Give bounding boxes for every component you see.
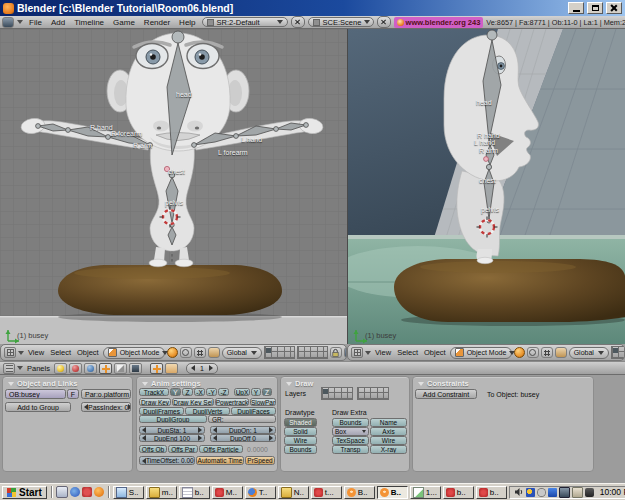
increment-icon[interactable] — [128, 404, 131, 410]
task-button-app4[interactable]: b.. — [476, 486, 507, 499]
blender-version-badge[interactable]: www.blender.org 243 — [394, 17, 484, 28]
menu-select[interactable]: Select — [48, 348, 73, 357]
tracky-toggle[interactable]: Y — [170, 388, 181, 396]
decrement-icon[interactable] — [213, 435, 217, 441]
close-button[interactable] — [606, 2, 622, 14]
viewport-shading-button[interactable] — [514, 347, 525, 358]
panels-menu[interactable]: Panels — [25, 364, 52, 373]
offs-ob-toggle[interactable]: Offs Ob — [139, 445, 167, 453]
maximize-button[interactable] — [587, 2, 603, 14]
bounds-type-selector[interactable]: Box — [332, 427, 369, 436]
proportional-edit-button[interactable] — [194, 347, 206, 358]
offs-particle-toggle[interactable]: Offs Particle — [199, 445, 243, 453]
editing-buttons-button[interactable] — [114, 363, 127, 374]
fake-user-button[interactable]: F — [67, 389, 79, 399]
layer-buttons-group2[interactable] — [297, 346, 328, 359]
task-button-app[interactable]: M.. — [212, 486, 243, 499]
window-type-icon[interactable] — [2, 17, 14, 28]
trackz-toggle[interactable]: Z — [182, 388, 193, 396]
menu-timeline[interactable]: Timeline — [71, 18, 107, 27]
task-button-search[interactable]: S.. — [113, 486, 144, 499]
panel-title[interactable]: Draw — [286, 379, 313, 388]
collapse-menu-icon[interactable] — [365, 351, 371, 355]
increment-icon[interactable] — [194, 458, 195, 464]
pass-index-stepper[interactable]: PassIndex: 0 — [81, 402, 131, 412]
powertrack-toggle[interactable]: Powertrack — [215, 398, 249, 406]
texspace-toggle[interactable]: TexSpace — [332, 436, 369, 445]
viewport-side-canvas[interactable] — [348, 29, 625, 344]
quicklaunch-mail-icon[interactable] — [56, 486, 68, 498]
viewport-side[interactable]: head R hand L hand R arm chest pelvis (1… — [347, 29, 625, 344]
group-field[interactable]: GR: — [208, 415, 276, 423]
wire-toggle[interactable]: Wire — [370, 436, 407, 445]
panel-title[interactable]: Object and Links — [8, 379, 77, 388]
mode-selector[interactable]: Object Mode — [450, 347, 512, 359]
layer-buttons-group1[interactable] — [611, 346, 625, 359]
taskbar-clock[interactable]: 10:00 PM — [600, 487, 625, 497]
proportional-edit-button[interactable] — [541, 347, 553, 358]
drawtype-wire-button[interactable]: Wire — [284, 436, 317, 445]
task-button-app3[interactable]: b.. — [443, 486, 474, 499]
quicklaunch-desktop-icon[interactable] — [94, 487, 104, 497]
duplifaces-toggle[interactable]: DupliFaces — [231, 407, 276, 415]
upy-toggle[interactable]: Y — [251, 388, 261, 396]
menu-object[interactable]: Object — [75, 348, 101, 357]
track-negx-toggle[interactable]: -X — [194, 388, 205, 396]
dupsta-stepper[interactable]: DupSta: 1 — [139, 426, 205, 434]
drawtype-bounds-button[interactable]: Bounds — [284, 445, 317, 454]
panel-title[interactable]: Anim settings — [142, 379, 201, 388]
quicklaunch-app-icon[interactable] — [82, 487, 92, 497]
increment-icon[interactable] — [269, 427, 273, 433]
messenger-icon[interactable] — [548, 488, 557, 497]
dupliverts-toggle[interactable]: DupliVerts — [185, 407, 230, 415]
viewport-front[interactable]: head R hand R forearm R arm L forearm L … — [0, 29, 347, 344]
track-negy-toggle[interactable]: -Y — [206, 388, 217, 396]
panel-title[interactable]: Constraints — [418, 379, 469, 388]
viewport-front-canvas[interactable] — [0, 29, 347, 344]
xray-toggle[interactable]: X-ray — [370, 445, 407, 454]
axis-toggle[interactable]: Axis — [370, 427, 407, 436]
volume-icon[interactable] — [514, 487, 524, 497]
slowpar-toggle[interactable]: SlowPar — [250, 398, 276, 406]
scene-selector[interactable]: SCE:Scene — [308, 17, 374, 27]
task-button-folder[interactable]: m.. — [146, 486, 177, 499]
increment-icon[interactable] — [198, 427, 202, 433]
ob-name-field[interactable]: OB:busey — [5, 389, 66, 399]
drawtype-solid-button[interactable]: Solid — [284, 427, 317, 436]
editor-type-button[interactable] — [4, 347, 16, 358]
frame-next-icon[interactable] — [209, 365, 213, 371]
collapse-menu-icon[interactable] — [17, 20, 23, 24]
menu-add[interactable]: Add — [48, 18, 68, 27]
shading-lamp-button[interactable] — [54, 363, 67, 374]
editor-type-button[interactable] — [3, 363, 15, 374]
layer-buttons-group1[interactable] — [264, 346, 295, 359]
dupend-stepper[interactable]: DupEnd 100 — [139, 434, 205, 442]
menu-file[interactable]: File — [26, 18, 45, 27]
printer-icon[interactable] — [572, 487, 583, 498]
collapse-menu-icon[interactable] — [17, 366, 23, 370]
timeoffset-stepper[interactable]: TimeOffset: 0.00 — [139, 456, 195, 465]
decrement-icon[interactable] — [142, 435, 146, 441]
collapse-menu-icon[interactable] — [18, 351, 24, 355]
increment-icon[interactable] — [198, 435, 202, 441]
screen-selector[interactable]: SR:2-Default — [202, 17, 288, 27]
frame-prev-icon[interactable] — [191, 365, 195, 371]
menu-view[interactable]: View — [373, 348, 393, 357]
add-constraint-button[interactable]: Add Constraint — [415, 389, 477, 399]
quicklaunch-browser-icon[interactable] — [70, 487, 80, 497]
decrement-icon[interactable] — [213, 427, 217, 433]
task-button-app2[interactable]: t... — [311, 486, 342, 499]
task-button-document[interactable]: b.. — [179, 486, 210, 499]
minimize-button[interactable] — [568, 2, 584, 14]
screen-delete-button[interactable] — [291, 16, 305, 28]
task-button-blender1[interactable]: B.. — [344, 486, 375, 499]
transform-orientation-selector[interactable]: Global — [222, 347, 262, 359]
editor-type-button[interactable] — [351, 347, 363, 358]
dupliframes-toggle[interactable]: DupliFrames — [139, 407, 184, 415]
shading-world-button[interactable] — [84, 363, 97, 374]
viewport-shading-button[interactable] — [167, 347, 178, 358]
increment-icon[interactable] — [269, 435, 273, 441]
track-negz-toggle[interactable]: -Z — [218, 388, 229, 396]
mode-selector[interactable]: Object Mode — [103, 347, 165, 359]
lock-layers-button[interactable] — [330, 347, 342, 358]
